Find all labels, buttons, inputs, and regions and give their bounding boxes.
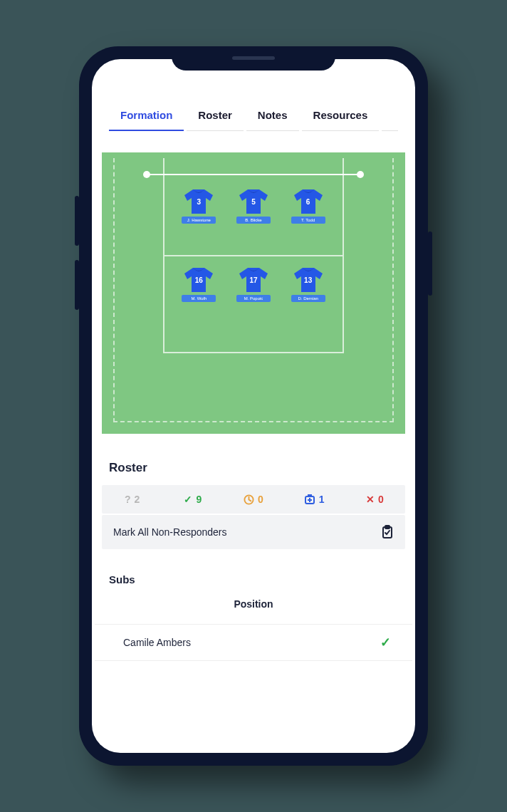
phone-notch: [172, 46, 335, 71]
jersey-number: 5: [236, 198, 271, 206]
front-row: 3 J. Hawstone 5 B. Blicke: [164, 188, 343, 224]
mid-line: [164, 255, 343, 256]
app-content: Formation Roster Notes Resources: [92, 59, 415, 661]
jersey-icon: 5: [236, 188, 271, 215]
tab-label: Notes: [258, 109, 288, 121]
player-card[interactable]: 13 D. Demian: [287, 266, 330, 302]
roster-title: Roster: [92, 441, 415, 485]
tab-resources[interactable]: Resources: [302, 102, 380, 131]
player-card[interactable]: 16 M. Wolh: [177, 266, 220, 302]
phone-frame: Formation Roster Notes Resources: [79, 46, 428, 766]
clipboard-icon[interactable]: [381, 525, 394, 539]
player-name: T. Todd: [291, 217, 325, 224]
stat-value: 0: [258, 494, 263, 505]
jersey-icon: 3: [182, 188, 216, 215]
x-icon: ✕: [366, 494, 375, 505]
jersey-number: 6: [291, 198, 325, 206]
formation-field[interactable]: 3 J. Hawstone 5 B. Blicke: [102, 152, 405, 434]
player-name: D. Demian: [291, 295, 325, 302]
jersey-icon: 6: [291, 188, 325, 215]
roster-stats: ? 2 ✓ 9 0 1: [102, 485, 405, 514]
mark-all-label: Mark All Non-Responders: [113, 526, 227, 538]
question-icon: ?: [125, 494, 131, 505]
stat-unknown[interactable]: ? 2: [102, 494, 162, 505]
volume-down-button: [75, 260, 79, 310]
mark-all-row[interactable]: Mark All Non-Responders: [102, 515, 405, 549]
tab-roster[interactable]: Roster: [187, 102, 244, 131]
stat-not-going[interactable]: ✕ 0: [345, 494, 405, 505]
jersey-number: 13: [291, 276, 325, 284]
stat-value: 1: [319, 494, 325, 505]
tabs-line: [382, 102, 398, 131]
jersey-icon: 17: [236, 266, 271, 293]
back-row: 16 M. Wolh 17 M. Popoic: [164, 266, 343, 302]
stat-injured[interactable]: 1: [284, 494, 345, 505]
subs-title: Subs: [92, 549, 415, 598]
tab-label: Formation: [120, 109, 172, 121]
player-card[interactable]: 5 B. Blicke: [232, 188, 275, 224]
screen: Formation Roster Notes Resources: [92, 59, 415, 753]
player-name: M. Popoic: [236, 295, 271, 302]
check-icon: ✓: [184, 494, 192, 505]
jersey-icon: 13: [291, 266, 325, 293]
court: 3 J. Hawstone 5 B. Blicke: [163, 158, 344, 353]
jersey-number: 3: [182, 198, 216, 206]
player-card[interactable]: 17 M. Popoic: [232, 266, 275, 302]
player-name: M. Wolh: [182, 295, 216, 302]
tab-formation[interactable]: Formation: [109, 102, 184, 131]
tab-label: Roster: [198, 109, 232, 121]
clock-icon: [244, 494, 254, 505]
sub-name: Camile Ambers: [123, 637, 191, 648]
jersey-number: 16: [182, 276, 216, 284]
stat-value: 9: [196, 494, 202, 505]
position-column-header: Position: [92, 598, 415, 624]
player-name: B. Blicke: [236, 217, 271, 224]
volume-up-button: [75, 196, 79, 246]
tabs: Formation Roster Notes Resources: [92, 102, 415, 131]
stat-going[interactable]: ✓ 9: [162, 494, 223, 505]
player-card[interactable]: 3 J. Hawstone: [177, 188, 220, 224]
stat-value: 0: [378, 494, 384, 505]
power-button: [428, 231, 432, 296]
tab-notes[interactable]: Notes: [246, 102, 299, 131]
player-name: J. Hawstone: [182, 217, 216, 224]
stat-value: 2: [134, 494, 140, 505]
jersey-number: 17: [236, 276, 271, 284]
formation-field-wrap: 3 J. Hawstone 5 B. Blicke: [92, 131, 415, 441]
player-card[interactable]: 6 T. Todd: [287, 188, 330, 224]
medical-icon: [304, 494, 315, 505]
check-icon: ✓: [380, 635, 391, 650]
stat-pending[interactable]: 0: [223, 494, 283, 505]
tab-label: Resources: [313, 109, 368, 121]
sub-row[interactable]: Camile Ambers ✓: [95, 624, 412, 661]
jersey-icon: 16: [182, 266, 216, 293]
